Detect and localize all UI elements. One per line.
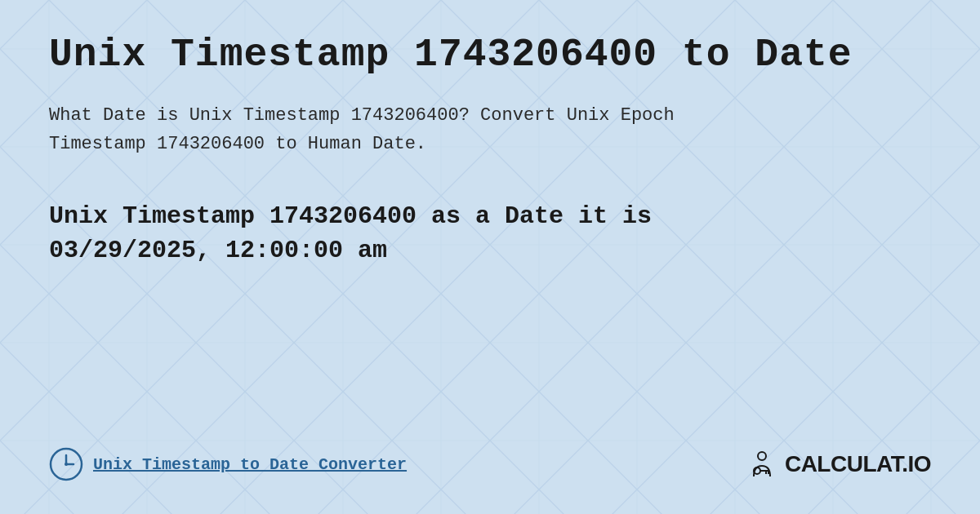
clock-icon (49, 447, 83, 481)
result-display: Unix Timestamp 1743206400 as a Date it i… (49, 199, 931, 268)
result-line1: Unix Timestamp 1743206400 as a Date it i… (49, 202, 652, 230)
svg-point-12 (65, 463, 68, 466)
brand-name: CALCULAT.IO (785, 451, 931, 477)
description-line2: Timestamp 1743206400 to Human Date. (49, 134, 426, 154)
page-title: Unix Timestamp 1743206400 to Date (49, 33, 931, 77)
result-line2: 03/29/2025, 12:00:00 am (49, 237, 387, 264)
description-line1: What Date is Unix Timestamp 1743206400? … (49, 105, 675, 126)
footer-link-container[interactable]: Unix Timestamp to Date Converter (49, 447, 407, 481)
footer-link-text[interactable]: Unix Timestamp to Date Converter (93, 455, 407, 474)
brand-logo: CALCULAT.IO (746, 448, 931, 481)
svg-point-13 (758, 452, 766, 460)
brand-icon (746, 448, 778, 481)
page-description: What Date is Unix Timestamp 1743206400? … (49, 101, 784, 158)
